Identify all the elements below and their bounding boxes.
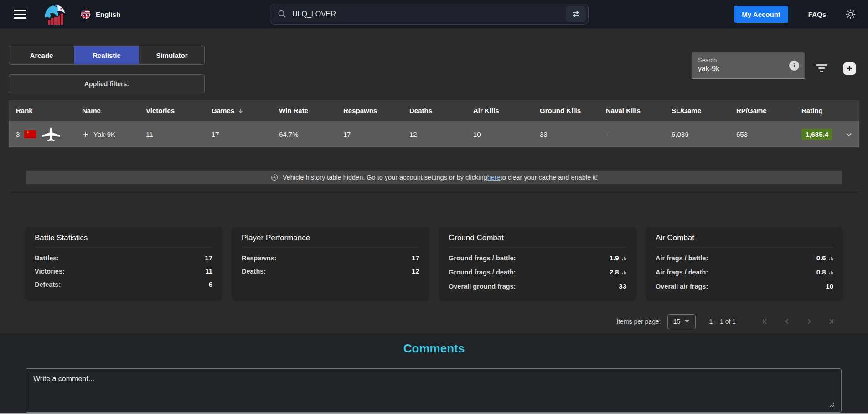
col-deaths[interactable]: Deaths [409,107,473,114]
faqs-link[interactable]: FAQs [808,10,826,18]
bar-chart-icon[interactable] [622,255,627,260]
pager-buttons [753,315,842,328]
shark-logo-icon [41,2,67,26]
comment-input[interactable] [26,368,842,413]
card-title: Air Combat [656,233,833,243]
col-victories[interactable]: Victories [146,107,212,114]
deaths-value: 12 [409,130,473,138]
col-name[interactable]: Name [82,107,146,114]
menu-icon[interactable] [14,10,26,19]
player-search-input[interactable] [287,4,566,24]
language-flag-icon [80,9,91,20]
filter-button[interactable] [816,64,827,72]
notice-text-before: Vehicle history table hidden. Go to your… [283,174,487,181]
table-row-yak-9k[interactable]: 3 Yak-9K 11 17 64.7% 17 12 10 33 - 6,03 [9,121,859,147]
col-naval-kills[interactable]: Naval Kills [606,107,672,114]
items-per-page-label: Items per page: [616,318,661,325]
comment-box-wrap [26,368,842,413]
pagination-range: 1 – 1 of 1 [709,318,736,325]
navbar-right-group: My Account FAQs [734,0,856,28]
vehicle-search-value[interactable]: yak-9k [698,65,805,73]
rating-badge: 1,635.4 [801,129,832,140]
language-label: English [96,10,120,18]
vehicle-name[interactable]: Yak-9K [93,130,115,138]
notice-text-after: to clear your cache and enable it! [501,174,598,181]
search-settings-button[interactable] [566,6,586,22]
air-combat-card: Air Combat Air frags / battle: 0.6 Air f… [646,227,842,299]
ground-combat-card: Ground Combat Ground frags / battle: 1.9… [439,227,636,299]
notice-here-link[interactable]: here [487,174,501,181]
add-button[interactable] [843,62,856,75]
stat-cards: Battle Statistics Battles: 17 Victories:… [26,227,842,299]
sort-desc-icon [238,108,244,114]
col-games[interactable]: Games [212,107,279,114]
next-page-button[interactable] [798,315,820,328]
col-rank[interactable]: Rank [16,107,82,114]
table-pagination: Items per page: 15 1 – 1 of 1 [616,313,842,330]
stat-row: Overall ground frags: 33 [449,282,626,290]
rank-cell: 3 [16,127,82,142]
site-logo[interactable] [41,2,67,26]
col-rp-game[interactable]: RP/Game [736,107,801,114]
tab-realistic[interactable]: Realistic [74,46,139,64]
section-divider [9,191,859,191]
comments-section: Comments [0,333,868,414]
bar-chart-icon[interactable] [622,269,627,274]
main-content: Arcade Realistic Simulator Applied filte… [0,28,868,333]
last-page-button[interactable] [820,315,842,328]
col-air-kills[interactable]: Air Kills [473,107,540,114]
comments-title: Comments [0,342,868,356]
sl-game-value: 6,039 [672,130,736,138]
sun-icon [845,9,856,20]
tab-arcade[interactable]: Arcade [9,46,74,64]
top-navbar: English My Account FAQs [0,0,868,28]
items-per-page-select[interactable]: 15 [667,314,696,329]
tab-simulator[interactable]: Simulator [139,46,204,64]
first-page-button[interactable] [753,315,775,328]
card-title: Ground Combat [449,233,626,243]
table-header-row: Rank Name Victories Games Win Rate Respa… [9,100,859,121]
game-mode-tabs: Arcade Realistic Simulator [9,46,205,65]
ground-kills-value: 33 [540,130,606,138]
theme-toggle-button[interactable] [845,9,856,20]
vehicle-table: Rank Name Victories Games Win Rate Respa… [9,100,859,147]
ussr-flag-icon [24,130,36,138]
stat-row: Deaths: 12 [242,267,419,275]
applied-filters-label: Applied filters: [84,80,129,88]
expand-row-chevron-icon[interactable] [845,131,852,138]
my-account-button[interactable]: My Account [734,6,788,23]
plane-type-icon [82,131,89,138]
stat-row: Battles: 17 [35,254,212,262]
bar-chart-icon[interactable] [829,255,834,260]
air-kills-value: 10 [473,130,540,138]
col-win-rate[interactable]: Win Rate [279,107,343,114]
bar-chart-icon[interactable] [829,269,834,274]
tune-icon [571,10,580,19]
col-sl-game[interactable]: SL/Game [672,107,736,114]
aircraft-silhouette-icon [42,127,61,142]
col-rating[interactable]: Rating [801,107,838,114]
applied-filters-box: Applied filters: [9,74,205,93]
stat-row: Ground frags / death: 2.8 [449,268,626,276]
respawns-value: 17 [343,130,409,138]
prev-page-button[interactable] [775,315,798,328]
history-icon [270,173,279,181]
stat-row: Defeats: 6 [35,280,212,288]
player-search-bar [270,4,589,25]
win-rate-value: 64.7% [279,130,343,138]
col-ground-kills[interactable]: Ground Kills [540,107,606,114]
language-selector[interactable]: English [80,9,120,20]
rp-game-value: 653 [736,130,801,138]
victories-value: 11 [146,130,212,138]
history-hidden-notice: Vehicle history table hidden. Go to your… [26,171,842,184]
stat-row: Overall air frags: 10 [656,282,833,290]
info-icon[interactable] [789,61,799,71]
card-title: Player Performance [242,233,419,243]
player-performance-card: Player Performance Respawns: 17 Deaths: … [232,227,429,299]
name-cell: Yak-9K [82,130,146,138]
stat-row: Victories: 11 [35,267,212,275]
rank-value: 3 [16,130,20,138]
vehicle-search-field[interactable]: Search yak-9k [692,52,805,79]
card-title: Battle Statistics [35,233,212,243]
col-respawns[interactable]: Respawns [343,107,409,114]
